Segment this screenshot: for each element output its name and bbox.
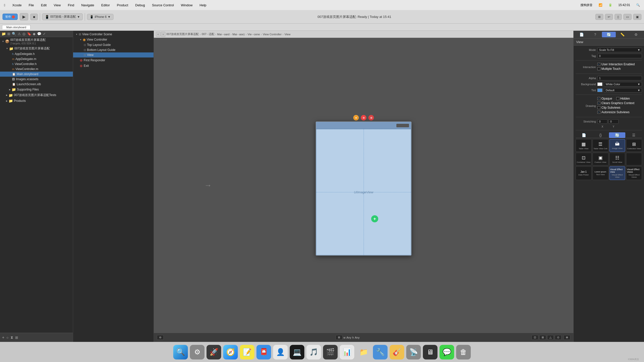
- breadcrumb-5[interactable]: Vie···cene: [248, 33, 260, 36]
- breakpoint-icon[interactable]: ◆: [33, 32, 36, 36]
- layout-view-button[interactable]: ⊞: [595, 14, 603, 20]
- date-picker-item[interactable]: Jan·1 Date Picker: [576, 166, 592, 180]
- version-icon[interactable]: ◎: [22, 32, 25, 36]
- user-interaction-checkbox[interactable]: [597, 63, 600, 66]
- dock-notes[interactable]: 📝: [240, 345, 254, 359]
- search-icon[interactable]: 🔍: [635, 3, 641, 7]
- file-inspector-tab[interactable]: 📄: [575, 32, 588, 37]
- tab-main-storyboard[interactable]: Main.storyboard: [2, 25, 31, 29]
- background-dropdown[interactable]: White Color ▼: [604, 82, 642, 86]
- embed-button[interactable]: ⊙: [555, 335, 562, 340]
- iphone-body[interactable]: UIImageView +: [316, 129, 411, 255]
- input-method[interactable]: 搜狗拼音: [579, 3, 594, 8]
- forward-button[interactable]: ›: [161, 32, 165, 37]
- stretch-y-value[interactable]: 0: [608, 119, 619, 124]
- breadcrumb-3[interactable]: Mai···oard: [217, 33, 229, 36]
- bottom-layout-guide[interactable]: ⊡ Bottom Layout Guide: [73, 47, 154, 52]
- scene-responder-icon[interactable]: ⊕: [361, 115, 366, 120]
- dock-activity[interactable]: 📊: [340, 345, 354, 359]
- filter-button[interactable]: ○: [6, 336, 8, 340]
- menu-editor[interactable]: Editor: [100, 3, 111, 8]
- tint-swatch[interactable]: [597, 88, 602, 92]
- controller-item[interactable]: ▼ ◉ View Controller: [73, 37, 154, 42]
- dock-screen[interactable]: 🖥: [423, 345, 437, 359]
- align-button[interactable]: ⊞: [539, 335, 546, 340]
- zoom-button[interactable]: ⊖: [157, 335, 164, 340]
- visual-effect-views-item[interactable]: Visual Effect Views Visual Effect Views: [626, 166, 642, 180]
- products-group[interactable]: ▶ 📁 Products: [0, 98, 73, 104]
- top-layout-guide[interactable]: ⊡ Top Layout Guide: [73, 42, 154, 47]
- panel-toggle-button2[interactable]: ▭: [623, 14, 632, 20]
- add-file-button[interactable]: +: [2, 335, 4, 340]
- obj-lib-tab-4[interactable]: ☰: [625, 132, 642, 138]
- dock-quicktime[interactable]: 🎬: [323, 345, 338, 359]
- menu-product[interactable]: Product: [115, 3, 130, 8]
- dock-terminal[interactable]: 💻: [290, 345, 304, 359]
- menu-help[interactable]: Help: [198, 3, 208, 8]
- folder-icon[interactable]: 📁: [2, 32, 6, 36]
- canvas-content[interactable]: → ● ⊕ ⊗: [154, 38, 573, 333]
- frame-button[interactable]: ⊞: [336, 335, 342, 340]
- supporting-files[interactable]: ▶ 📁 Supporting Files: [0, 87, 73, 92]
- bookmark-icon[interactable]: 🔖: [27, 32, 31, 36]
- obj-lib-tab-2[interactable]: {}: [592, 132, 609, 138]
- zoom-fit-button[interactable]: ⊕: [564, 335, 570, 340]
- warning-icon[interactable]: ⚠: [18, 32, 21, 36]
- images-xcassets[interactable]: 🖼 Images.xcassets: [0, 77, 73, 82]
- dock-filezilla[interactable]: 📁: [356, 345, 371, 359]
- identity-inspector-tab[interactable]: 🔄: [602, 32, 616, 37]
- symbol-icon[interactable]: ⊞: [7, 32, 10, 36]
- breadcrumb-2[interactable]: 007···适配: [202, 32, 214, 36]
- image-view-item[interactable]: 🏔 Image View: [609, 139, 625, 152]
- menu-find[interactable]: Find: [66, 3, 76, 8]
- text-view-item[interactable]: Lorem ipsum Text View: [593, 166, 608, 180]
- stop-square-button[interactable]: ■: [30, 14, 38, 20]
- multiple-touch-checkbox[interactable]: [597, 67, 600, 70]
- scroll-view-item[interactable]: ☷ Scroll View: [609, 153, 625, 165]
- apple-menu[interactable]: : [3, 3, 7, 8]
- resolve-button[interactable]: △: [547, 335, 554, 340]
- menu-view[interactable]: View: [52, 3, 62, 8]
- panel-toggle-button3[interactable]: ▣: [633, 14, 641, 20]
- main-storyboard-item[interactable]: 📋 Main.storyboard: [0, 72, 73, 77]
- run-button[interactable]: ▶: [20, 13, 28, 20]
- scheme-selector[interactable]: 📱 007游戏···屏幕适配 ▼: [42, 13, 83, 20]
- obj-lib-tab-3[interactable]: 🔄: [609, 132, 626, 138]
- menu-source-control[interactable]: Source Control: [151, 3, 175, 8]
- dock-sketch[interactable]: 🎸: [390, 345, 404, 359]
- add-object-button[interactable]: +: [371, 215, 378, 222]
- viewcontroller-h[interactable]: h ViewController.h: [0, 62, 73, 67]
- dock-messages[interactable]: 💬: [440, 345, 454, 359]
- menu-navigate[interactable]: Navigate: [80, 3, 96, 8]
- stop-button[interactable]: 暂停: [3, 14, 18, 20]
- project-root[interactable]: ▼ 📦 007游戏首页图片屏幕适配 2 targets, iOS SDK 8.1: [0, 37, 73, 46]
- table-view-cell-item[interactable]: ☰ Table View Cell: [593, 139, 608, 152]
- menu-file[interactable]: File: [27, 3, 36, 8]
- pin-button[interactable]: ⊡: [532, 335, 538, 340]
- search-sidebar-icon[interactable]: 🔍: [12, 32, 16, 36]
- back-button[interactable]: ‹: [156, 32, 160, 37]
- scene-item[interactable]: ▼ ⊞ View Controller Scene: [73, 32, 154, 37]
- view-item[interactable]: ⊡ View: [73, 52, 154, 57]
- back-forward-button[interactable]: ↩: [605, 14, 613, 20]
- visual-effect-item[interactable]: Visual Effect View Visual Effect View: [609, 166, 625, 180]
- recent-button[interactable]: ⧗: [11, 335, 13, 340]
- dock-contacts[interactable]: 👤: [273, 345, 288, 359]
- tint-dropdown[interactable]: Default ▼: [604, 88, 642, 93]
- main-group[interactable]: ▼ 📁 007游戏首页图片屏幕适配: [0, 46, 73, 51]
- dock-xcode-helper[interactable]: 🔧: [373, 345, 388, 359]
- dock-trash[interactable]: 🗑: [456, 345, 471, 359]
- appdelegate-h[interactable]: h AppDelegate.h: [0, 51, 73, 56]
- log-icon[interactable]: 💬: [37, 32, 41, 36]
- attributes-inspector-tab[interactable]: 📏: [616, 32, 629, 37]
- panel-toggle-button[interactable]: ▯: [614, 14, 622, 20]
- dock-mail[interactable]: 📮: [256, 345, 271, 359]
- background-swatch[interactable]: [597, 82, 602, 86]
- collection-view-item[interactable]: ⊞ Collection View: [626, 139, 642, 152]
- table-view-item[interactable]: ▦ Table View: [576, 139, 592, 152]
- scene-view-controller-icon[interactable]: ●: [353, 115, 359, 120]
- dock-finder[interactable]: 🔍: [173, 345, 188, 359]
- hierarchical-button[interactable]: ⊞: [15, 336, 18, 340]
- menu-window[interactable]: Window: [179, 3, 194, 8]
- opaque-checkbox[interactable]: [597, 97, 600, 100]
